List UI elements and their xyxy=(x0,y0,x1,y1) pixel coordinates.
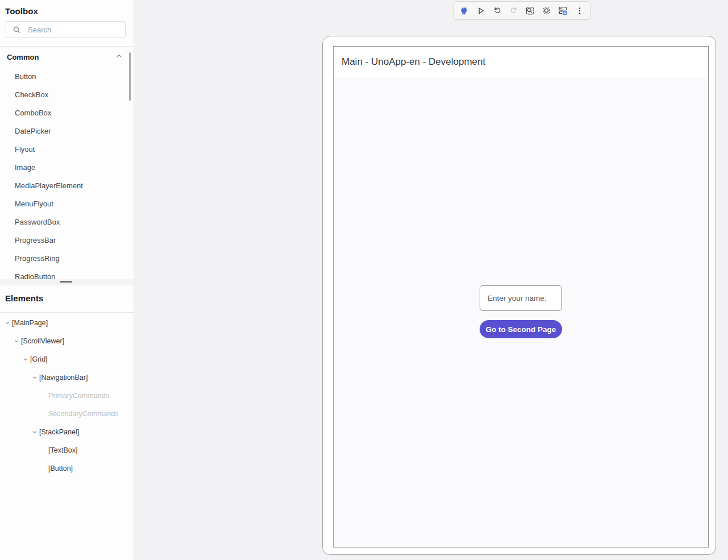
undo-icon xyxy=(493,6,502,15)
tree-item-label: [TextBox] xyxy=(48,446,77,454)
tree-item[interactable]: [TextBox] xyxy=(0,441,134,459)
sun-icon xyxy=(542,6,551,15)
chevron-down-icon[interactable] xyxy=(21,355,30,364)
flame-icon xyxy=(459,6,469,15)
elements-panel: Elements [MainPage] [ScrollViewer] [Grid… xyxy=(0,285,134,478)
toolbox-item-label: Flyout xyxy=(15,145,35,154)
toolbox-item[interactable]: MenuFlyout xyxy=(0,194,134,213)
toolbox-item[interactable]: Flyout xyxy=(0,140,134,158)
search-input[interactable] xyxy=(28,26,125,34)
toolbox-item[interactable]: ProgressBar xyxy=(0,231,134,249)
toolbox-item[interactable]: ProgressRing xyxy=(0,249,134,267)
redo-icon xyxy=(509,6,518,15)
elements-tree: [MainPage] [ScrollViewer] [Grid] [Naviga… xyxy=(0,313,134,478)
app-title: Main - UnoApp-en - Development xyxy=(342,56,485,68)
chevron-up-icon[interactable] xyxy=(115,52,123,61)
toolbox-item-label: ProgressBar xyxy=(15,236,56,244)
tree-item-label: [StackPanel] xyxy=(39,428,79,436)
toolbox-item-label: CheckBox xyxy=(15,90,48,99)
toolbox-vertical-scrollbar[interactable] xyxy=(129,52,131,101)
elements-title: Elements xyxy=(0,285,134,312)
more-options-button[interactable] xyxy=(571,3,588,18)
toolbox-section-common[interactable]: Common xyxy=(0,47,134,67)
go-to-second-page-button[interactable]: Go to Second Page xyxy=(480,320,562,338)
tree-item[interactable]: [Button] xyxy=(0,459,134,478)
zoom-selection-icon xyxy=(525,6,535,15)
tree-item-label: SecondaryCommands xyxy=(48,410,119,418)
tree-item[interactable]: [MainPage] xyxy=(0,314,134,332)
toolbox-item[interactable]: MediaPlayerElement xyxy=(0,176,134,194)
server-badge-icon xyxy=(558,6,568,16)
play-button[interactable] xyxy=(472,3,489,18)
design-toolbar xyxy=(453,1,590,20)
toolbox-item[interactable]: Image xyxy=(0,158,134,176)
tree-item-label: [MainPage] xyxy=(12,319,48,327)
toolbox-horizontal-scrollbar-thumb[interactable] xyxy=(60,281,72,283)
tree-item[interactable]: SecondaryCommands xyxy=(0,405,134,423)
tree-item[interactable]: [ScrollViewer] xyxy=(0,332,134,350)
app-titlebar: Main - UnoApp-en - Development xyxy=(334,47,708,77)
toolbox-item[interactable]: Button xyxy=(0,67,134,85)
name-textbox[interactable] xyxy=(480,285,562,311)
sidebar: Toolbox Common Button CheckBox ComboBo xyxy=(0,0,134,560)
toolbox-list: Button CheckBox ComboBox DatePicker Flyo… xyxy=(0,67,134,279)
toolbox-item[interactable]: ComboBox xyxy=(0,103,134,122)
section-label: Common xyxy=(7,53,39,61)
tree-item-label: [Grid] xyxy=(30,355,48,363)
toolbox-item-label: Button xyxy=(15,72,36,81)
toolbox-item-label: ProgressRing xyxy=(15,254,60,263)
toolbox-item[interactable]: PasswordBox xyxy=(0,213,134,231)
tree-item[interactable]: [Grid] xyxy=(0,350,134,368)
toolbox-item-label: RadioButton xyxy=(15,272,56,280)
tree-item-label: PrimaryCommands xyxy=(48,392,109,400)
tree-item-label: [NavigationBar] xyxy=(39,374,88,381)
toolbox-item[interactable]: CheckBox xyxy=(0,85,134,103)
chevron-down-icon[interactable] xyxy=(3,318,12,327)
toolbox-panel: Toolbox Common Button CheckBox ComboBo xyxy=(0,0,134,285)
tree-item-label: [ScrollViewer] xyxy=(21,337,64,345)
theme-light-button[interactable] xyxy=(538,3,555,18)
play-icon xyxy=(476,6,485,15)
chevron-down-icon[interactable] xyxy=(30,428,39,437)
tree-item[interactable]: PrimaryCommands xyxy=(0,387,134,405)
toolbox-search[interactable] xyxy=(6,21,126,38)
toolbox-item-label: MediaPlayerElement xyxy=(15,181,83,190)
device-frame: Main - UnoApp-en - Development Go to Sec… xyxy=(322,36,716,555)
redo-button[interactable] xyxy=(505,3,522,18)
app-content: Go to Second Page xyxy=(334,77,708,547)
kebab-menu-icon xyxy=(575,6,584,15)
toolbox-item-label: ComboBox xyxy=(15,109,51,117)
toolbox-item-label: MenuFlyout xyxy=(15,200,53,208)
tree-item-label: [Button] xyxy=(48,464,73,472)
tree-item[interactable]: [NavigationBar] xyxy=(0,368,134,387)
runtime-settings-button[interactable] xyxy=(555,3,571,18)
hot-design-flame-button[interactable] xyxy=(456,3,472,18)
toolbox-horizontal-scrollbar-track xyxy=(0,279,134,285)
toolbox-item[interactable]: DatePicker xyxy=(0,122,134,140)
chevron-down-icon[interactable] xyxy=(12,337,21,346)
app-window: Main - UnoApp-en - Development Go to Sec… xyxy=(333,46,709,547)
search-icon xyxy=(13,26,21,34)
toolbox-item-label: DatePicker xyxy=(15,127,51,135)
toolbox-item-label: PasswordBox xyxy=(15,218,60,226)
tree-item[interactable]: [StackPanel] xyxy=(0,423,134,441)
undo-button[interactable] xyxy=(489,3,505,18)
toolbox-item-label: Image xyxy=(15,163,35,172)
chevron-down-icon[interactable] xyxy=(30,373,39,382)
zoom-selection-button[interactable] xyxy=(522,3,538,18)
toolbox-item[interactable]: RadioButton xyxy=(0,267,134,279)
toolbox-title: Toolbox xyxy=(0,0,134,21)
